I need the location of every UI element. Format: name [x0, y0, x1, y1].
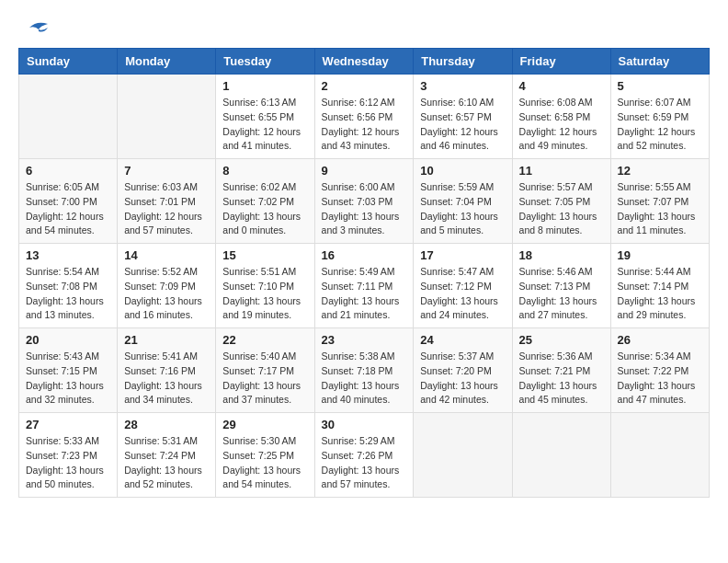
day-number: 17 [420, 248, 505, 262]
day-number: 20 [26, 333, 110, 347]
day-number: 30 [322, 418, 407, 431]
day-number: 24 [420, 333, 505, 347]
day-info: Sunrise: 5:54 AM Sunset: 7:08 PM Dayligh… [26, 265, 110, 323]
day-info: Sunrise: 5:40 AM Sunset: 7:17 PM Dayligh… [222, 350, 307, 408]
day-number: 7 [124, 164, 209, 178]
page-header [18, 18, 710, 33]
calendar-cell [512, 413, 610, 498]
day-info: Sunrise: 6:05 AM Sunset: 7:00 PM Dayligh… [26, 180, 110, 238]
day-number: 1 [222, 79, 307, 93]
calendar-week-3: 13Sunrise: 5:54 AM Sunset: 7:08 PM Dayli… [19, 244, 710, 328]
calendar-cell: 4Sunrise: 6:08 AM Sunset: 6:58 PM Daylig… [512, 75, 610, 159]
calendar-cell: 6Sunrise: 6:05 AM Sunset: 7:00 PM Daylig… [19, 159, 118, 244]
weekday-header-tuesday: Tuesday [216, 49, 314, 75]
calendar-cell: 29Sunrise: 5:30 AM Sunset: 7:25 PM Dayli… [216, 413, 314, 498]
calendar-cell: 25Sunrise: 5:36 AM Sunset: 7:21 PM Dayli… [512, 328, 610, 413]
day-info: Sunrise: 5:33 AM Sunset: 7:23 PM Dayligh… [26, 434, 110, 492]
day-info: Sunrise: 5:34 AM Sunset: 7:22 PM Dayligh… [618, 350, 702, 408]
day-info: Sunrise: 6:03 AM Sunset: 7:01 PM Dayligh… [124, 180, 209, 238]
day-number: 26 [618, 333, 702, 347]
calendar-cell: 30Sunrise: 5:29 AM Sunset: 7:26 PM Dayli… [314, 413, 414, 498]
day-info: Sunrise: 5:31 AM Sunset: 7:24 PM Dayligh… [124, 434, 209, 492]
calendar-cell: 17Sunrise: 5:47 AM Sunset: 7:12 PM Dayli… [414, 244, 512, 328]
calendar-cell: 28Sunrise: 5:31 AM Sunset: 7:24 PM Dayli… [118, 413, 216, 498]
day-info: Sunrise: 5:49 AM Sunset: 7:11 PM Dayligh… [322, 265, 407, 323]
day-number: 14 [124, 248, 209, 262]
day-number: 15 [222, 248, 307, 262]
day-number: 11 [519, 164, 604, 178]
day-info: Sunrise: 5:30 AM Sunset: 7:25 PM Dayligh… [222, 434, 307, 492]
day-number: 3 [420, 79, 505, 93]
day-info: Sunrise: 5:44 AM Sunset: 7:14 PM Dayligh… [618, 265, 702, 323]
day-number: 5 [618, 79, 702, 93]
day-number: 12 [618, 164, 702, 178]
day-number: 19 [618, 248, 702, 262]
day-number: 10 [420, 164, 505, 178]
day-number: 6 [26, 164, 110, 178]
calendar-cell: 3Sunrise: 6:10 AM Sunset: 6:57 PM Daylig… [414, 75, 512, 159]
calendar-cell: 26Sunrise: 5:34 AM Sunset: 7:22 PM Dayli… [610, 328, 709, 413]
calendar-cell: 18Sunrise: 5:46 AM Sunset: 7:13 PM Dayli… [512, 244, 610, 328]
calendar-week-4: 20Sunrise: 5:43 AM Sunset: 7:15 PM Dayli… [19, 328, 710, 413]
calendar-cell: 2Sunrise: 6:12 AM Sunset: 6:56 PM Daylig… [314, 75, 414, 159]
weekday-header-monday: Monday [118, 49, 216, 75]
day-number: 28 [124, 418, 209, 431]
calendar-table: SundayMondayTuesdayWednesdayThursdayFrid… [18, 48, 710, 498]
day-number: 22 [222, 333, 307, 347]
calendar-cell: 1Sunrise: 6:13 AM Sunset: 6:55 PM Daylig… [216, 75, 314, 159]
day-number: 23 [322, 333, 407, 347]
day-info: Sunrise: 5:38 AM Sunset: 7:18 PM Dayligh… [322, 350, 407, 408]
calendar-cell: 16Sunrise: 5:49 AM Sunset: 7:11 PM Dayli… [314, 244, 414, 328]
calendar-cell: 22Sunrise: 5:40 AM Sunset: 7:17 PM Dayli… [216, 328, 314, 413]
day-number: 16 [322, 248, 407, 262]
day-info: Sunrise: 5:37 AM Sunset: 7:20 PM Dayligh… [420, 350, 505, 408]
day-info: Sunrise: 6:13 AM Sunset: 6:55 PM Dayligh… [222, 96, 307, 154]
day-number: 2 [322, 79, 407, 93]
calendar-cell: 23Sunrise: 5:38 AM Sunset: 7:18 PM Dayli… [314, 328, 414, 413]
day-info: Sunrise: 5:52 AM Sunset: 7:09 PM Dayligh… [124, 265, 209, 323]
calendar-cell: 20Sunrise: 5:43 AM Sunset: 7:15 PM Dayli… [19, 328, 118, 413]
weekday-header-wednesday: Wednesday [314, 49, 414, 75]
day-info: Sunrise: 5:59 AM Sunset: 7:04 PM Dayligh… [420, 180, 505, 238]
calendar-cell: 12Sunrise: 5:55 AM Sunset: 7:07 PM Dayli… [610, 159, 709, 244]
day-number: 25 [519, 333, 604, 347]
day-info: Sunrise: 5:55 AM Sunset: 7:07 PM Dayligh… [618, 180, 702, 238]
day-info: Sunrise: 6:02 AM Sunset: 7:02 PM Dayligh… [222, 180, 307, 238]
day-number: 8 [222, 164, 307, 178]
day-number: 27 [26, 418, 110, 431]
calendar-cell [19, 75, 118, 159]
calendar-cell: 27Sunrise: 5:33 AM Sunset: 7:23 PM Dayli… [19, 413, 118, 498]
calendar-cell: 13Sunrise: 5:54 AM Sunset: 7:08 PM Dayli… [19, 244, 118, 328]
day-info: Sunrise: 5:43 AM Sunset: 7:15 PM Dayligh… [26, 350, 110, 408]
calendar-cell: 15Sunrise: 5:51 AM Sunset: 7:10 PM Dayli… [216, 244, 314, 328]
day-number: 18 [519, 248, 604, 262]
weekday-header-row: SundayMondayTuesdayWednesdayThursdayFrid… [19, 49, 710, 75]
calendar-cell: 5Sunrise: 6:07 AM Sunset: 6:59 PM Daylig… [610, 75, 709, 159]
day-info: Sunrise: 6:08 AM Sunset: 6:58 PM Dayligh… [519, 96, 604, 154]
calendar-cell [414, 413, 512, 498]
weekday-header-thursday: Thursday [414, 49, 512, 75]
day-info: Sunrise: 5:47 AM Sunset: 7:12 PM Dayligh… [420, 265, 505, 323]
calendar-cell: 21Sunrise: 5:41 AM Sunset: 7:16 PM Dayli… [118, 328, 216, 413]
day-info: Sunrise: 5:46 AM Sunset: 7:13 PM Dayligh… [519, 265, 604, 323]
weekday-header-sunday: Sunday [19, 49, 118, 75]
calendar-cell: 9Sunrise: 6:00 AM Sunset: 7:03 PM Daylig… [314, 159, 414, 244]
day-number: 9 [322, 164, 407, 178]
calendar-cell: 7Sunrise: 6:03 AM Sunset: 7:01 PM Daylig… [118, 159, 216, 244]
calendar-cell: 19Sunrise: 5:44 AM Sunset: 7:14 PM Dayli… [610, 244, 709, 328]
day-info: Sunrise: 6:10 AM Sunset: 6:57 PM Dayligh… [420, 96, 505, 154]
day-info: Sunrise: 6:12 AM Sunset: 6:56 PM Dayligh… [322, 96, 407, 154]
day-number: 21 [124, 333, 209, 347]
logo [18, 18, 51, 33]
calendar-cell [610, 413, 709, 498]
calendar-cell: 8Sunrise: 6:02 AM Sunset: 7:02 PM Daylig… [216, 159, 314, 244]
weekday-header-saturday: Saturday [610, 49, 709, 75]
day-info: Sunrise: 6:07 AM Sunset: 6:59 PM Dayligh… [618, 96, 702, 154]
calendar-cell: 10Sunrise: 5:59 AM Sunset: 7:04 PM Dayli… [414, 159, 512, 244]
day-info: Sunrise: 5:29 AM Sunset: 7:26 PM Dayligh… [322, 434, 407, 492]
day-info: Sunrise: 5:41 AM Sunset: 7:16 PM Dayligh… [124, 350, 209, 408]
day-number: 13 [26, 248, 110, 262]
day-info: Sunrise: 5:36 AM Sunset: 7:21 PM Dayligh… [519, 350, 604, 408]
day-info: Sunrise: 5:57 AM Sunset: 7:05 PM Dayligh… [519, 180, 604, 238]
logo-bird-icon [22, 18, 51, 37]
